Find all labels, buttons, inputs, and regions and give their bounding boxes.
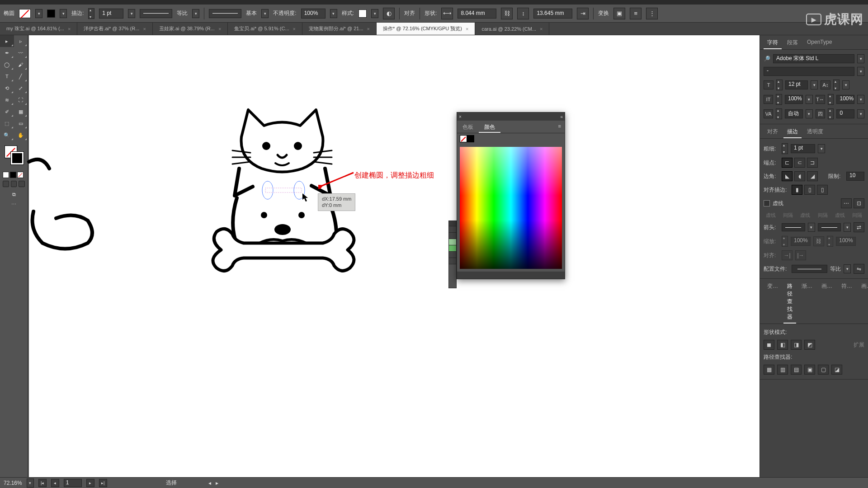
arrow-align-end-icon[interactable]: |→ (795, 250, 806, 260)
graphic-style-dropdown[interactable] (371, 9, 378, 18)
fill-stroke-control[interactable] (3, 145, 25, 167)
font-size-field[interactable]: 12 pt (785, 80, 808, 89)
align-stroke-inside-icon[interactable]: ▯ (804, 185, 815, 195)
curvature-tool[interactable]: 〰 (14, 47, 28, 59)
kerning-field[interactable]: 自动 (785, 109, 803, 118)
fill-proxy[interactable] (460, 135, 467, 142)
arrange-icon[interactable]: ≡ (630, 8, 642, 19)
screen-mode-icon[interactable]: ⧉ (0, 189, 28, 200)
isolate-icon[interactable]: ▣ (613, 8, 625, 19)
scale-tool[interactable]: ⤢ (14, 82, 28, 94)
canvas-area[interactable]: 创建椭圆，调整描边粗细 dX:17.59 mm dY:0 mm × « 色板 颜… (28, 35, 760, 477)
tab-character[interactable]: 字符 (764, 37, 782, 49)
color-spectrum[interactable] (460, 147, 562, 269)
stroke-indicator[interactable] (11, 152, 24, 164)
shape-width-field[interactable]: 8.044 mm (458, 9, 496, 19)
align-stroke-center-icon[interactable]: ▮ (792, 185, 802, 195)
ellipse-tool[interactable]: ◯ (0, 59, 14, 70)
tab-color[interactable]: 颜色 (479, 121, 500, 133)
tab-graphic-styles[interactable]: 画… (858, 281, 868, 324)
dash-align-icon[interactable]: ⊡ (854, 198, 864, 208)
minus-front-icon[interactable]: ◧ (777, 340, 788, 350)
swatches-strip-collapsed[interactable] (448, 221, 457, 288)
stroke-swatch[interactable] (47, 9, 55, 18)
stroke-proxy[interactable] (467, 135, 474, 142)
cap-round-icon[interactable]: ⊂ (794, 158, 805, 168)
arrow-start-field[interactable] (782, 223, 805, 231)
shape-extra-icon[interactable]: ⇥ (577, 8, 589, 19)
trim-icon[interactable]: ▥ (777, 365, 788, 375)
prev-artboard-icon[interactable]: ◂ (51, 479, 59, 487)
width-tool[interactable]: ≋ (0, 94, 14, 106)
close-icon[interactable]: × (466, 26, 468, 32)
vscale-field[interactable]: 100% (785, 95, 803, 104)
transform-label[interactable]: 变换 (598, 9, 609, 17)
close-icon[interactable] (449, 221, 456, 226)
tab-paragraph[interactable]: 段落 (783, 37, 802, 49)
stroke-weight-field[interactable]: 1 pt (99, 9, 123, 19)
font-style-dropdown[interactable] (857, 67, 864, 76)
join-miter-icon[interactable]: ◣ (782, 171, 793, 181)
fill-swatch[interactable] (19, 9, 31, 18)
close-icon[interactable]: × (68, 26, 71, 32)
tab-symbols[interactable]: 符… (838, 281, 856, 324)
eyedropper-tool[interactable]: ✐ (0, 106, 14, 117)
close-icon[interactable]: × (459, 114, 462, 119)
type-tool[interactable]: T (0, 70, 14, 82)
recolor-icon[interactable]: ◐ (383, 8, 395, 19)
close-icon[interactable]: × (143, 26, 146, 32)
stroke-weight-dropdown[interactable] (128, 9, 135, 18)
select-similar-icon[interactable]: ⋮ (646, 8, 658, 19)
swap-arrows-icon[interactable]: ⇄ (854, 222, 864, 232)
color-panel[interactable]: × « 色板 颜色 ≡ (457, 112, 565, 279)
leading-stepper[interactable] (833, 80, 840, 90)
none-mode-icon[interactable] (17, 172, 24, 178)
expand-button[interactable]: 扩展 (854, 341, 864, 349)
scroll-right-icon[interactable]: ▸ (216, 480, 218, 486)
selection-tool[interactable]: ▸ (0, 35, 14, 47)
pen-tool[interactable]: ✒ (0, 47, 14, 59)
shape-height-field[interactable]: 13.645 mm (533, 9, 572, 19)
hand-tool[interactable]: ✋ (14, 129, 28, 141)
stroke-weight-dropdown[interactable] (818, 144, 825, 153)
stroke-dropdown[interactable] (60, 9, 67, 18)
close-icon[interactable]: × (218, 26, 221, 32)
draw-normal-icon[interactable] (3, 181, 9, 187)
free-transform-tool[interactable]: ⛶ (14, 94, 28, 106)
font-size-stepper[interactable] (776, 80, 783, 90)
link-wh-icon[interactable]: ⛓ (501, 8, 513, 19)
rotate-tool[interactable]: ⟲ (0, 82, 14, 94)
collapse-icon[interactable]: « (560, 114, 563, 119)
brush-dropdown[interactable] (261, 9, 269, 18)
cap-butt-icon[interactable]: ⊏ (782, 158, 793, 168)
tab-transform[interactable]: 变… (764, 281, 782, 324)
miter-limit-field[interactable]: 10 (846, 172, 864, 181)
font-size-dropdown[interactable] (811, 80, 818, 89)
stroke-profile-dropdown[interactable] (192, 9, 199, 18)
doc-tab-2[interactable]: 丑娃家.ai @ 38.79% (R...× (153, 23, 228, 35)
tab-swatches[interactable]: 色板 (457, 121, 479, 133)
color-mode-icon[interactable] (3, 172, 9, 178)
gradient-mode-icon[interactable] (10, 172, 16, 178)
zoom-dropdown[interactable] (27, 479, 34, 488)
crop-icon[interactable]: ▣ (804, 365, 815, 375)
tab-opentype[interactable]: OpenType (803, 37, 835, 49)
profile-flip-icon[interactable]: ⇋ (854, 264, 864, 274)
arrow-align-tip-icon[interactable]: →| (782, 250, 793, 260)
zoom-tool[interactable]: 🔍 (0, 129, 14, 141)
align-stroke-outside-icon[interactable]: ▯ (817, 185, 828, 195)
outline-icon[interactable]: ▢ (818, 365, 829, 375)
tracking-field[interactable]: 0 (836, 109, 854, 118)
intersect-icon[interactable]: ◨ (791, 340, 802, 350)
line-tool[interactable]: ╱ (14, 70, 28, 82)
doc-tab-0[interactable]: my 珠宝.ai @ 164.81% (...× (0, 23, 77, 35)
join-round-icon[interactable]: ◖ (794, 171, 805, 181)
close-icon[interactable]: × (540, 26, 542, 32)
doc-tab-3[interactable]: 鱼宝贝.ai* @ 5.91% (C...× (228, 23, 302, 35)
fill-dropdown[interactable] (35, 9, 42, 18)
artboard-tool[interactable]: ▭ (14, 117, 28, 129)
font-family-dropdown[interactable] (857, 54, 864, 63)
panel-menu-icon[interactable]: ≡ (555, 121, 565, 133)
stroke-weight-field[interactable]: 1 pt (791, 144, 815, 153)
close-icon[interactable]: × (293, 26, 296, 32)
